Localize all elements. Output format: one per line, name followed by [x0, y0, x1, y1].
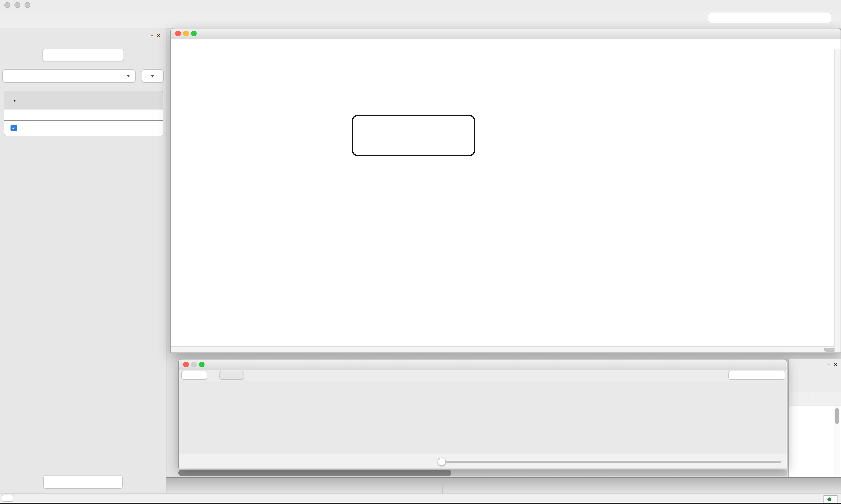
add-frame-button[interactable]	[181, 371, 207, 380]
close-icon[interactable]	[175, 31, 181, 36]
float-panel-icon[interactable]: ▫	[828, 362, 829, 367]
properties-panel: ▾ ✓	[4, 91, 163, 136]
annotation-box[interactable]	[352, 115, 475, 156]
close-icon[interactable]	[183, 362, 189, 367]
table-horizontal-scrollbar[interactable]	[178, 470, 787, 476]
table-scrollbar[interactable]	[834, 406, 840, 476]
app-titlebar	[0, 0, 841, 11]
properties-columns	[4, 109, 163, 121]
memory-status-icon	[827, 497, 831, 501]
properties-header[interactable]: ▾	[4, 91, 163, 109]
search-input[interactable]	[711, 15, 813, 21]
table-panel: ▫ ✕	[788, 359, 841, 477]
timeline	[179, 381, 787, 454]
minimize-icon[interactable]	[191, 362, 197, 367]
bottom-edge	[0, 503, 841, 504]
close-window-icon[interactable]	[4, 2, 10, 8]
memory-button[interactable]	[823, 495, 838, 503]
float-panel-icon[interactable]: ▫	[151, 33, 153, 38]
close-panel-icon[interactable]: ✕	[157, 33, 161, 38]
minimize-window-icon[interactable]	[15, 2, 20, 8]
cyanimator-toolbar	[179, 370, 787, 382]
table-tabs-band	[166, 477, 841, 494]
network-canvas[interactable]	[171, 39, 841, 353]
slider-knob[interactable]	[437, 457, 446, 466]
network-window	[171, 28, 841, 353]
network-window-titlebar	[171, 29, 841, 39]
maximize-window-icon[interactable]	[24, 2, 30, 8]
lock-size-row[interactable]: ✓	[4, 121, 163, 136]
animation-speed-slider[interactable]	[437, 461, 781, 463]
control-panel: ▫ ✕ ▾ ✓	[0, 28, 166, 493]
cyanimator-window	[178, 359, 787, 468]
style-dropdown[interactable]	[2, 69, 136, 83]
clear-all-frames-button[interactable]	[729, 371, 785, 380]
zoom-icon[interactable]	[199, 362, 204, 367]
status-bar	[0, 493, 841, 503]
minimize-icon[interactable]	[183, 31, 189, 36]
zoom-icon[interactable]	[191, 31, 197, 36]
cyanimator-titlebar	[179, 360, 787, 371]
transport-controls	[179, 454, 787, 469]
horizontal-scrollbar[interactable]	[171, 346, 841, 353]
main-toolbar	[0, 11, 841, 29]
search-box[interactable]	[708, 13, 831, 23]
close-panel-icon[interactable]: ✕	[834, 362, 838, 367]
delete-frame-button[interactable]	[219, 371, 244, 380]
chevron-down-icon	[127, 75, 130, 77]
chevron-down-icon	[151, 75, 154, 77]
task-history-button[interactable]	[2, 495, 13, 502]
style-options-button[interactable]	[141, 69, 164, 83]
table-header[interactable]	[789, 392, 841, 406]
cytoscape-app: ▫ ✕ ▾ ✓	[0, 0, 841, 504]
checkbox-checked-icon[interactable]: ✓	[11, 125, 17, 131]
vertical-scrollbar[interactable]	[835, 50, 841, 353]
